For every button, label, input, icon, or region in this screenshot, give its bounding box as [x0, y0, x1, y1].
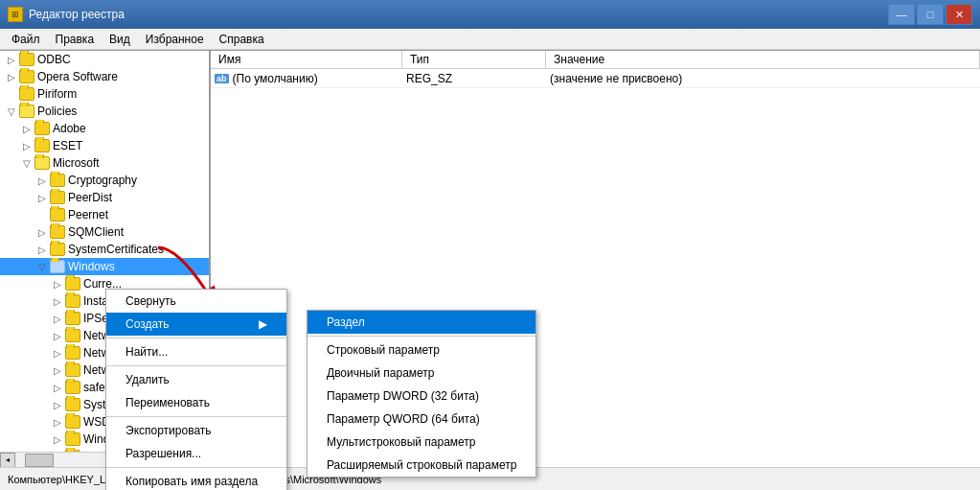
- title-controls[interactable]: — □ ✕: [888, 4, 972, 25]
- expander-ipsec[interactable]: ▷: [50, 311, 65, 326]
- folder-icon-cryptography: [50, 174, 65, 187]
- expander-systemcerts[interactable]: ▷: [34, 242, 50, 257]
- tree-item-windows[interactable]: ▽ Windows: [0, 258, 209, 275]
- menu-view[interactable]: Вид: [102, 29, 138, 49]
- expander-cryptography[interactable]: ▷: [34, 173, 50, 188]
- submenu: Раздел Строковый параметр Двоичный парам…: [307, 310, 536, 478]
- expander-adobe[interactable]: ▷: [19, 121, 34, 136]
- folder-icon-systemcerts: [50, 243, 65, 256]
- title-bar-left: ⊞ Редактор реестра: [8, 7, 125, 22]
- ctx-delete[interactable]: Удалить: [106, 368, 286, 391]
- submenu-string[interactable]: Строковый параметр: [308, 338, 536, 362]
- expander-odbc[interactable]: ▷: [4, 52, 19, 67]
- reg-name-default: ab (По умолчанию): [215, 72, 406, 85]
- submenu-qword-label: Параметр QWORD (64 бита): [327, 412, 480, 426]
- submenu-expandstring[interactable]: Расширяемый строковый параметр: [308, 454, 536, 477]
- ctx-export[interactable]: Экспортировать: [106, 419, 286, 442]
- registry-row-default[interactable]: ab (По умолчанию) REG_SZ (значение не пр…: [211, 69, 980, 88]
- ctx-create[interactable]: Создать ▶: [106, 313, 286, 336]
- ctx-submenu-arrow: ▶: [259, 317, 267, 331]
- maximize-button[interactable]: □: [917, 4, 944, 25]
- minimize-button[interactable]: —: [888, 4, 915, 25]
- ctx-delete-label: Удалить: [125, 373, 170, 386]
- tree-item-sqmclient[interactable]: ▷ SQMClient: [0, 223, 209, 241]
- reg-name-label: (По умолчанию): [233, 72, 318, 85]
- folder-icon-policies: [19, 105, 34, 118]
- tree-label-eset: ESET: [53, 139, 82, 152]
- ctx-rename[interactable]: Переименовать: [106, 391, 286, 414]
- hscroll-thumb[interactable]: [25, 454, 54, 467]
- ctx-collapse-label: Свернуть: [125, 294, 176, 308]
- expander-wsda[interactable]: ▷: [50, 414, 65, 430]
- folder-icon-wsda: [65, 415, 80, 429]
- ctx-permissions[interactable]: Разрешения...: [106, 442, 286, 465]
- expander-microsoft[interactable]: ▽: [19, 155, 34, 171]
- folder-icon-piriform: [19, 87, 34, 101]
- submenu-binary[interactable]: Двоичный параметр: [308, 362, 536, 385]
- folder-icon-peernet: [50, 208, 65, 222]
- tree-label-adobe: Adobe: [53, 122, 86, 135]
- ctx-separator-4: [106, 467, 286, 468]
- expander-safer[interactable]: ▷: [50, 380, 65, 395]
- expander-system[interactable]: ▷: [50, 397, 65, 412]
- tree-item-peerdist[interactable]: ▷ PeerDist: [0, 189, 209, 206]
- menu-file[interactable]: Файл: [4, 29, 48, 49]
- tree-label-microsoft: Microsoft: [53, 156, 100, 170]
- expander-windows[interactable]: ▽: [34, 259, 50, 274]
- expander-eset[interactable]: ▷: [19, 138, 34, 153]
- expander-installer[interactable]: ▷: [50, 293, 65, 309]
- reg-value-default: (значение не присвоено): [550, 72, 976, 85]
- folder-icon-eset: [34, 139, 50, 152]
- ctx-export-label: Экспортировать: [125, 424, 212, 437]
- submenu-dword[interactable]: Параметр DWORD (32 бита): [308, 385, 536, 408]
- tree-item-adobe[interactable]: ▷ Adobe: [0, 120, 209, 137]
- expander-currentversion[interactable]: ▷: [50, 276, 65, 292]
- tree-label-sqmclient: SQMClient: [68, 225, 124, 239]
- tree-label-peerdist: PeerDist: [68, 191, 112, 204]
- folder-icon-currentversion: [65, 277, 80, 291]
- submenu-multistring[interactable]: Мультистроковый параметр: [308, 431, 536, 454]
- expander-policies[interactable]: ▽: [4, 104, 19, 119]
- submenu-section[interactable]: Раздел: [308, 311, 536, 334]
- hscroll-left[interactable]: ◂: [0, 453, 15, 468]
- folder-icon-sqmclient: [50, 225, 65, 239]
- tree-item-eset[interactable]: ▷ ESET: [0, 137, 209, 154]
- expander-sqmclient[interactable]: ▷: [34, 224, 50, 240]
- menu-bar: Файл Правка Вид Избранное Справка: [0, 29, 980, 50]
- expander-opera[interactable]: ▷: [4, 69, 19, 84]
- title-bar: ⊞ Редактор реестра — □ ✕: [0, 0, 980, 29]
- menu-help[interactable]: Справка: [212, 29, 272, 49]
- ctx-rename-label: Переименовать: [125, 396, 210, 409]
- folder-icon-networklist: [65, 329, 80, 342]
- menu-favorites[interactable]: Избранное: [138, 29, 212, 49]
- folder-icon-windo2: [65, 432, 80, 446]
- tree-label-piriform: Piriform: [37, 87, 77, 101]
- tree-item-odbc[interactable]: ▷ ODBC: [0, 51, 209, 68]
- tree-item-microsoft[interactable]: ▽ Microsoft: [0, 154, 209, 172]
- tree-label-windows: Windows: [68, 260, 115, 273]
- expander-networkp[interactable]: ▷: [50, 345, 65, 361]
- tree-item-cryptography[interactable]: ▷ Cryptography: [0, 172, 209, 189]
- tree-label-odbc: ODBC: [37, 53, 71, 66]
- tree-item-piriform[interactable]: Piriform: [0, 85, 209, 103]
- ctx-find[interactable]: Найти...: [106, 340, 286, 363]
- menu-edit[interactable]: Правка: [48, 29, 103, 49]
- tree-item-peernet[interactable]: Peernet: [0, 206, 209, 223]
- submenu-binary-label: Двоичный параметр: [327, 366, 435, 380]
- submenu-separator-1: [308, 336, 536, 337]
- tree-item-systemcerts[interactable]: ▷ SystemCertificates: [0, 241, 209, 258]
- close-button[interactable]: ✕: [946, 4, 972, 25]
- tree-item-opera[interactable]: ▷ Opera Software: [0, 68, 209, 85]
- app-icon: ⊞: [8, 7, 23, 22]
- tree-item-policies[interactable]: ▽ Policies: [0, 103, 209, 120]
- ctx-copy-name[interactable]: Копировать имя раздела: [106, 470, 286, 490]
- folder-icon-microsoft: [34, 156, 50, 170]
- expander-netwo3[interactable]: ▷: [50, 362, 65, 378]
- expander-peerdist[interactable]: ▷: [34, 190, 50, 205]
- expander-windo2[interactable]: ▷: [50, 432, 65, 447]
- col-header-name: Имя: [211, 51, 402, 68]
- ctx-collapse[interactable]: Свернуть: [106, 290, 286, 313]
- expander-networklist[interactable]: ▷: [50, 328, 65, 343]
- submenu-qword[interactable]: Параметр QWORD (64 бита): [308, 408, 536, 431]
- submenu-expandstring-label: Расширяемый строковый параметр: [327, 458, 516, 472]
